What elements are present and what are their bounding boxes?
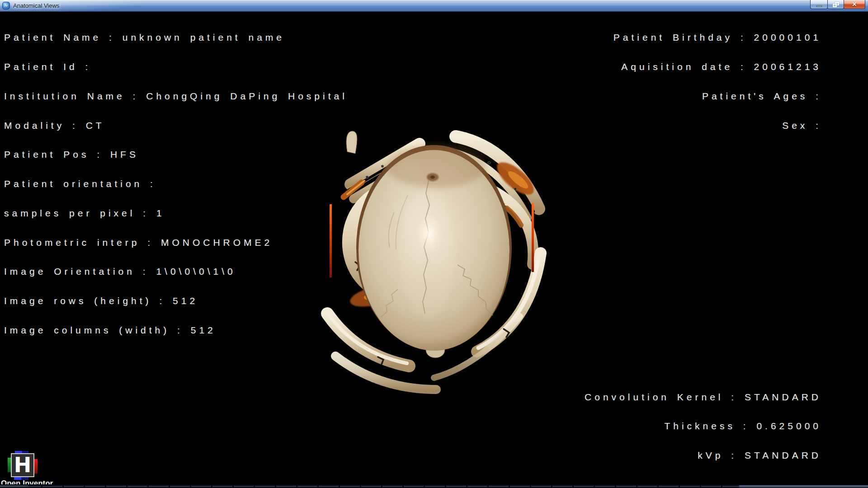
render-viewport-3d[interactable]: Patient Name : unknown patient name Pati… bbox=[0, 12, 868, 488]
close-icon: ✕ bbox=[852, 0, 857, 9]
dicom-overlay-top-right: Patient Birthday : 20000101 Aquisition d… bbox=[613, 13, 821, 150]
overlay-line: Image columns (width) : 512 bbox=[4, 325, 348, 335]
overlay-line: Image Orientation : 1\0\0\0\1\0 bbox=[4, 267, 348, 277]
taskbar-segment-left bbox=[0, 485, 28, 487]
minimize-icon bbox=[816, 5, 822, 7]
minimize-button[interactable] bbox=[810, 0, 828, 9]
overlay-line: Aquisition date : 20061213 bbox=[613, 62, 821, 72]
window-controls: ✕ bbox=[811, 0, 865, 9]
taskbar-segment-right bbox=[739, 485, 868, 488]
open-inventor-logo: H Open Inventor bbox=[0, 451, 77, 488]
overlay-line: Image rows (height) : 512 bbox=[4, 296, 348, 306]
taskbar-strip[interactable] bbox=[0, 484, 868, 488]
overlay-line: Institution Name : ChongQing DaPing Hosp… bbox=[4, 91, 348, 101]
restore-icon bbox=[833, 2, 839, 7]
overlay-line: Patient's Ages : bbox=[613, 91, 821, 101]
dicom-overlay-top-left: Patient Name : unknown patient name Pati… bbox=[4, 13, 348, 355]
overlay-line: Thickness : 0.625000 bbox=[585, 421, 821, 431]
overlay-line: Patient orientation : bbox=[4, 179, 348, 189]
logo-bar-right bbox=[34, 459, 38, 474]
window-titlebar[interactable]: IV Anatomical Views ✕ bbox=[0, 0, 868, 12]
overlay-line: Convolution Kernel : STANDARD bbox=[585, 392, 821, 402]
overlay-line: Patient Pos : HFS bbox=[4, 150, 348, 160]
overlay-line: Sex : bbox=[613, 121, 821, 131]
overlay-line: Modality : CT bbox=[4, 121, 348, 131]
overlay-line: Photometric interp : MONOCHROME2 bbox=[4, 238, 348, 248]
overlay-line: kVp : STANDARD bbox=[585, 450, 821, 460]
overlay-line: Patient Id : bbox=[4, 62, 348, 72]
skull-dome bbox=[346, 131, 512, 358]
headrest-right bbox=[434, 136, 541, 378]
logo-letter: H bbox=[11, 453, 34, 477]
app-icon: IV bbox=[2, 2, 10, 9]
overlay-line: samples per pixel : 1 bbox=[4, 208, 348, 218]
close-button[interactable]: ✕ bbox=[844, 0, 865, 9]
overlay-line: Patient Name : unknown patient name bbox=[4, 33, 348, 42]
logo-bar-left bbox=[8, 458, 11, 472]
restore-button[interactable] bbox=[827, 0, 844, 9]
overlay-line: Patient Birthday : 20000101 bbox=[613, 33, 821, 42]
window-title: Anatomical Views bbox=[13, 0, 59, 12]
dicom-overlay-bottom-right: Convolution Kernel : STANDARD Thickness … bbox=[585, 372, 821, 480]
taskbar-segments bbox=[0, 486, 868, 487]
